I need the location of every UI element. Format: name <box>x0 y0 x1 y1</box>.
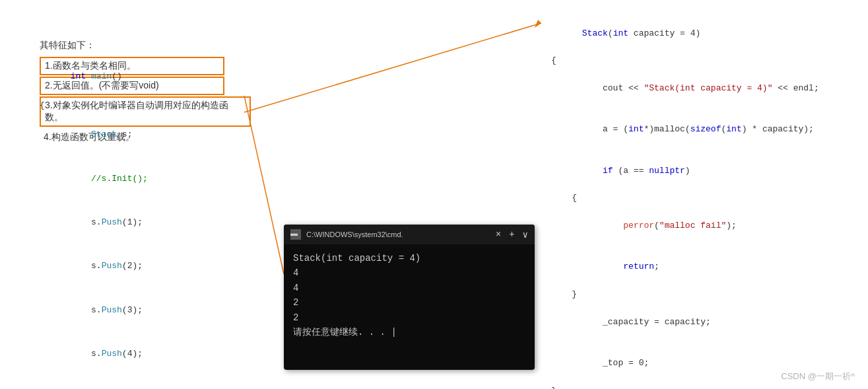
code-keyword: Stack <box>582 28 608 38</box>
cmd-controls[interactable]: × + ∨ <box>496 229 528 240</box>
right-code-line6: { <box>551 192 855 205</box>
cmd-plus-btn[interactable]: + <box>509 229 514 240</box>
right-code-line1: Stack(int capacity = 4) <box>551 13 855 54</box>
right-code-area: Stack(int capacity = 4) { cout << "Stack… <box>538 0 868 389</box>
bl-line7: s.Push(2); <box>40 244 224 288</box>
svg-line-0 <box>244 23 541 112</box>
main-container: 其特征如下： 1.函数名与类名相同。 2.无返回值。(不需要写void) 3.对… <box>0 0 868 389</box>
cmd-titlebar: ▬ C:\WINDOWS\system32\cmd. × + ∨ <box>284 225 535 244</box>
cmd-line5: 2 <box>293 310 525 325</box>
right-code-line2: { <box>551 54 855 68</box>
watermark: CSDN @一期一祈^ <box>781 371 855 382</box>
bl-line8: s.Push(3); <box>40 288 224 332</box>
cmd-icon: ▬ <box>290 229 301 240</box>
right-code-line5: if (a == nullptr) <box>551 151 855 192</box>
cmd-line1: Stack(int capacity = 4) <box>293 251 525 265</box>
cmd-title-left: ▬ C:\WINDOWS\system32\cmd. <box>290 229 403 240</box>
right-code-line9: } <box>551 288 855 302</box>
right-code-line3: cout << "Stack(int capacity = 4)" << end… <box>551 68 855 109</box>
right-code-line8: return; <box>551 247 855 288</box>
cmd-content: Stack(int capacity = 4) 4 4 2 2 请按任意键继续.… <box>284 244 535 346</box>
bl-line2: { <box>40 98 224 113</box>
cmd-close-btn[interactable]: × <box>496 229 501 240</box>
cmd-line4: 2 <box>293 295 525 310</box>
right-code-line13: } <box>551 384 855 389</box>
cmd-line6: 请按任意键继续. . . | <box>293 325 525 339</box>
bl-line6: s.Push(1); <box>40 201 224 244</box>
cmd-line3: 4 <box>293 281 525 295</box>
cmd-line2: 4 <box>293 265 525 280</box>
bl-line3: Stack s; <box>40 113 224 157</box>
bl-line4: //s.Init(); <box>40 157 224 201</box>
right-code-line7: perror("malloc fail"); <box>551 205 855 246</box>
bl-line9: s.Push(4); <box>40 332 224 376</box>
bottom-left-code: int main() { Stack s; //s.Init(); s.Push… <box>40 55 224 376</box>
cmd-title-text: C:\WINDOWS\system32\cmd. <box>306 230 403 238</box>
cmd-chevron-btn[interactable]: ∨ <box>523 229 528 240</box>
cmd-window[interactable]: ▬ C:\WINDOWS\system32\cmd. × + ∨ Stack(i… <box>284 225 535 370</box>
right-code-line4: a = (int*)malloc(sizeof(int) * capacity)… <box>551 110 855 151</box>
bl-line1: int main() <box>40 55 224 98</box>
right-code-line11: _capacity = capacity; <box>551 302 855 343</box>
text-title: 其特征如下： <box>40 40 251 52</box>
